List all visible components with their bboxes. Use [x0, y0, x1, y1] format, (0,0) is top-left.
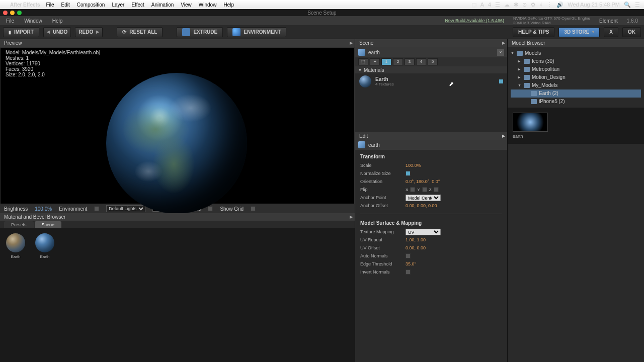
status-icon[interactable]: ✱: [514, 2, 518, 8]
redo-button[interactable]: REDO▶: [75, 27, 103, 37]
status-icon[interactable]: ⊙: [522, 2, 527, 8]
uv-repeat-value[interactable]: 1.00, 1.00: [406, 237, 426, 242]
notification-icon[interactable]: ☰: [635, 2, 640, 8]
model-thumbnail[interactable]: [513, 113, 548, 132]
window-title: Scene Setup: [307, 10, 336, 16]
collapse-icon[interactable]: ▶: [350, 215, 353, 219]
close-window-icon[interactable]: [3, 11, 8, 15]
normalize-checkbox[interactable]: [406, 171, 411, 176]
anchor-offset-value[interactable]: 0.00, 0.00, 0.00: [406, 203, 437, 208]
tree-node-icons[interactable]: ▶Icons (30): [511, 57, 641, 65]
tree-node-earth[interactable]: Earth (2): [511, 89, 641, 98]
environment-checkbox[interactable]: [94, 206, 99, 211]
environment-label: Environment: [59, 206, 87, 212]
preview-viewport[interactable]: Model: Models/My_Models/Earth/earth.obj …: [0, 47, 355, 204]
bluetooth-icon[interactable]: ᚼ: [539, 2, 543, 8]
materials-subheader[interactable]: ▼Materials: [355, 66, 507, 73]
group-2-button[interactable]: 2: [393, 58, 403, 65]
toolbar: ▮ IMPORT ◀UNDO REDO▶ ⟳RESET ALL EXTRUDE …: [0, 25, 644, 39]
material-name: Earth: [375, 76, 394, 82]
cube-icon: [358, 141, 365, 148]
store-button[interactable]: 3D STORE ▾: [558, 27, 600, 37]
group-5-button[interactable]: 5: [428, 58, 438, 65]
tab-presets[interactable]: Presets: [4, 221, 34, 228]
flip-x[interactable]: [410, 187, 415, 192]
status-icon[interactable]: A: [480, 2, 484, 8]
group-4-button[interactable]: 4: [416, 58, 426, 65]
tree-node-models[interactable]: ▼Models: [511, 49, 641, 57]
status-icon[interactable]: ☁: [504, 2, 510, 8]
clock[interactable]: Wed Aug 21 5:48 PM: [568, 2, 620, 8]
environment-button[interactable]: ENVIRONMENT: [227, 27, 286, 37]
plugin-menu-window[interactable]: Window: [24, 18, 42, 24]
texture-mapping-dropdown[interactable]: UV: [406, 229, 441, 235]
tool-button[interactable]: ✦: [370, 58, 380, 65]
material-thumb[interactable]: Earth: [34, 233, 55, 259]
brightness-value[interactable]: 100.0%: [35, 206, 52, 212]
menu-edit[interactable]: Edit: [61, 2, 70, 8]
tab-scene[interactable]: Scene: [35, 221, 62, 228]
material-thumb[interactable]: Earth: [5, 233, 26, 259]
close-button[interactable]: X: [604, 27, 618, 37]
window-titlebar: Scene Setup: [0, 9, 644, 16]
orientation-value[interactable]: 0.0°, 180.0°, 0.0°: [406, 179, 440, 184]
help-button[interactable]: HELP & TIPS: [513, 27, 555, 37]
extrude-button[interactable]: EXTRUDE: [177, 27, 223, 37]
plugin-menu-help[interactable]: Help: [52, 18, 63, 24]
surface-header: Model Surface & Mapping: [355, 218, 507, 228]
plugin-menu-file[interactable]: File: [6, 18, 14, 24]
group-1-button[interactable]: 1: [381, 58, 391, 65]
menu-animation[interactable]: Animation: [151, 2, 174, 8]
material-item[interactable]: Earth 4 Textures: [355, 73, 507, 89]
volume-icon[interactable]: 🔊: [556, 2, 564, 8]
scene-object-row[interactable]: earth ×: [355, 47, 507, 57]
lights-dropdown[interactable]: Default Lights: [106, 205, 145, 212]
remove-object-button[interactable]: ×: [497, 49, 504, 56]
flip-z[interactable]: [434, 187, 439, 192]
tool-button[interactable]: ⬚: [358, 58, 368, 65]
status-icon[interactable]: ☰: [495, 2, 500, 8]
status-icon[interactable]: 4: [488, 2, 491, 8]
collapse-icon[interactable]: ▶: [350, 41, 353, 45]
edit-header: Edit ▶: [355, 132, 507, 140]
collapse-icon[interactable]: ▶: [502, 41, 505, 45]
menu-view[interactable]: View: [181, 2, 192, 8]
menu-window[interactable]: Window: [199, 2, 217, 8]
wifi-icon[interactable]: ⋮: [547, 2, 552, 8]
collapse-icon[interactable]: ▶: [502, 134, 505, 138]
edge-threshold-value[interactable]: 35.0°: [406, 261, 416, 266]
menu-composition[interactable]: Composition: [77, 2, 105, 8]
ok-button[interactable]: OK: [622, 27, 641, 37]
tree-node-iphone5[interactable]: iPhone5 (2): [511, 98, 641, 106]
tree-node-my-models[interactable]: ▼My_Models: [511, 81, 641, 89]
anchor-dropdown[interactable]: Model Center: [406, 195, 441, 201]
menu-file[interactable]: File: [46, 2, 54, 8]
status-icon[interactable]: ⬚: [471, 2, 476, 8]
edit-object-name: earth: [368, 142, 380, 148]
status-icon[interactable]: ✿: [531, 2, 535, 8]
tree-node-metropolitan[interactable]: ▶Metropolitan: [511, 65, 641, 73]
draft-checkbox[interactable]: [208, 206, 213, 211]
undo-button[interactable]: ◀UNDO: [43, 27, 71, 37]
uv-offset-value[interactable]: 0.00, 0.00: [406, 245, 426, 250]
auto-normals-checkbox[interactable]: [406, 253, 411, 258]
scale-value[interactable]: 100.0%: [406, 163, 421, 168]
minimize-window-icon[interactable]: [10, 11, 15, 15]
group-3-button[interactable]: 3: [405, 58, 415, 65]
app-name[interactable]: After Effects: [10, 2, 40, 8]
update-link[interactable]: New Build Available (1.6.466): [445, 18, 504, 23]
grid-checkbox[interactable]: [251, 206, 256, 211]
flip-y[interactable]: [422, 187, 427, 192]
menu-help[interactable]: Help: [223, 2, 234, 8]
earth-model[interactable]: [106, 73, 247, 214]
reset-button[interactable]: ⟳RESET ALL: [117, 27, 163, 37]
menu-effect[interactable]: Effect: [131, 2, 144, 8]
spotlight-icon[interactable]: 🔍: [624, 2, 631, 8]
zoom-window-icon[interactable]: [17, 11, 22, 15]
invert-normals-checkbox[interactable]: [406, 269, 411, 275]
menu-layer[interactable]: Layer: [112, 2, 124, 8]
material-indicator: [499, 79, 503, 83]
folder-icon: [524, 75, 530, 80]
import-button[interactable]: ▮ IMPORT: [3, 27, 39, 37]
tree-node-motion-design[interactable]: ▶Motion_Design: [511, 73, 641, 81]
